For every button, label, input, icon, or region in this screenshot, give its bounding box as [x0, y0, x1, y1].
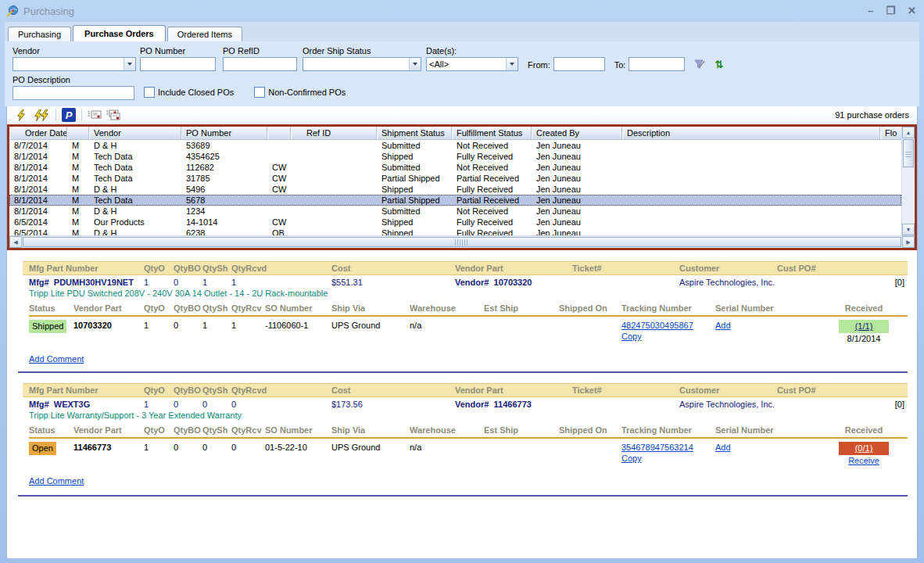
cell-description [622, 173, 880, 184]
from-date-input[interactable] [553, 57, 605, 71]
tab-purchasing[interactable]: Purchasing [8, 27, 71, 41]
cell-description [622, 195, 880, 206]
order-ship-status-select[interactable] [303, 57, 421, 71]
double-lightning-icon[interactable] [30, 107, 52, 123]
maximize-button[interactable]: ❐ [886, 5, 895, 17]
col-shipment-status[interactable]: Shipment Status [377, 127, 452, 139]
qty-ordered: 1 [144, 278, 174, 287]
tracking-number-link[interactable]: 482475030495867 [621, 320, 693, 331]
hdr-cust-po: Cust PO# [777, 264, 908, 273]
cell-order-date: 8/1/2014 [9, 195, 67, 206]
include-closed-checkbox[interactable]: Include Closed POs [144, 87, 234, 98]
po-row[interactable]: 6/5/2014MD & H6238QBShippedFully Receive… [9, 228, 901, 235]
cell-fulfillment-status: Fully Received [452, 151, 532, 162]
tab-ordered-items[interactable]: Ordered Items [167, 27, 242, 41]
cell-ref-id [291, 151, 377, 162]
col-description[interactable]: Description [622, 127, 880, 139]
po-row[interactable]: 8/7/2014MD & H53689SubmittedNot Received… [9, 140, 901, 151]
col-blank[interactable] [267, 127, 291, 139]
cell-shipment-status: Submitted [377, 162, 452, 173]
col-vendor[interactable]: Vendor [89, 127, 181, 139]
tab-purchase-orders[interactable]: Purchase Orders [73, 25, 166, 41]
cell-shipment-status: Shipped [377, 151, 452, 162]
cell-floor [880, 162, 901, 173]
email-cards-stack-icon[interactable] [104, 107, 123, 123]
refresh-icon[interactable]: ⇅ [714, 59, 723, 70]
item-cost: $551.31 [331, 278, 455, 287]
add-comment-link[interactable]: Add Comment [29, 476, 84, 486]
scroll-up-icon[interactable]: ▲ [902, 127, 915, 138]
vertical-scrollbar[interactable]: ▲ ▼ [901, 127, 915, 235]
col-order-date[interactable]: Order Date [9, 127, 67, 139]
scroll-left-icon[interactable]: ◀ [9, 236, 22, 248]
po-row[interactable]: 8/1/2014MTech Data112682CWSubmittedNot R… [9, 162, 901, 173]
minimize-button[interactable]: – [868, 5, 873, 17]
hdr-vendor-part: Vendor Part [455, 385, 572, 395]
po-row[interactable]: 8/1/2014MD & H5496CWShippedFully Receive… [9, 184, 901, 195]
vendor-select[interactable] [13, 57, 136, 71]
item-row: Mfg# WEXT3G 1 0 0 0 $173.56 Vendor# 1146… [29, 400, 908, 409]
col-floor[interactable]: Flo [880, 127, 901, 139]
non-confirmed-checkbox[interactable]: Non-Confirmed POs [254, 87, 346, 98]
cell-created-by: Jen Juneau [532, 217, 622, 228]
line-ship-via: UPS Ground [331, 320, 410, 331]
add-comment-link[interactable]: Add Comment [29, 354, 84, 364]
chevron-down-icon[interactable] [124, 58, 135, 70]
cell-fulfillment-status: Fully Received [452, 184, 532, 195]
po-row-selected[interactable]: 8/1/2014MTech Data5678Partial ShippedPar… [9, 195, 901, 206]
panel-divider [18, 495, 908, 497]
receive-link[interactable]: Receive [848, 455, 879, 466]
cell-ref-id [291, 162, 377, 173]
add-serial-link[interactable]: Add [715, 442, 731, 453]
po-row[interactable]: 8/1/2014MTech Data4354625ShippedFully Re… [9, 151, 901, 162]
checkbox-icon[interactable] [144, 87, 155, 98]
received-count-link[interactable]: (1/1) [839, 320, 889, 333]
hdr-qtysh: QtySh [202, 425, 231, 435]
cell-description [622, 162, 880, 173]
col-po-number[interactable]: PO Number [181, 127, 267, 139]
copy-tracking-link[interactable]: Copy [621, 331, 642, 342]
po-refid-label: PO RefID [223, 45, 297, 57]
close-button[interactable]: ✕ [908, 5, 916, 17]
po-refid-input[interactable] [223, 57, 297, 71]
hdr-ticket: Ticket# [572, 264, 679, 273]
hdr-qtyrcvd: QtyRcvd [231, 264, 331, 273]
received-count-link[interactable]: (0/1) [839, 442, 889, 455]
po-description-input[interactable] [13, 86, 134, 100]
cell-order-date: 8/1/2014 [9, 162, 67, 173]
scroll-right-icon[interactable]: ▶ [902, 236, 915, 248]
po-number-input[interactable] [140, 57, 216, 71]
email-card-icon[interactable] [85, 107, 104, 123]
chevron-down-icon[interactable] [409, 58, 421, 70]
lightning-icon[interactable] [12, 107, 30, 123]
po-row[interactable]: 8/1/2014MD & H1234SubmittedNot ReceivedJ… [9, 206, 901, 217]
vertical-scroll-thumb[interactable] [903, 139, 914, 167]
po-row[interactable]: 6/5/2014MOur Products14-1014CWShippedFul… [9, 217, 901, 228]
purchasing-window: Purchasing – ❐ ✕ Purchasing Purchase Ord… [0, 0, 924, 563]
cell-m: M [67, 140, 89, 151]
horizontal-scroll-thumb[interactable] [23, 237, 901, 247]
to-date-input[interactable] [629, 57, 685, 71]
clear-filter-icon[interactable] [693, 58, 707, 70]
copy-tracking-link[interactable]: Copy [621, 453, 642, 464]
toolbar-separator [56, 109, 56, 121]
tracking-number-link[interactable]: 354678947563214 [621, 442, 693, 453]
add-serial-link[interactable]: Add [715, 320, 731, 331]
dates-select[interactable]: <All> [426, 57, 518, 71]
chevron-down-icon[interactable] [506, 58, 518, 70]
po-row[interactable]: 8/1/2014MTech Data31785CWPartial Shipped… [9, 173, 901, 184]
cell-shipment-status: Partial Shipped [377, 173, 452, 184]
checkbox-icon[interactable] [254, 87, 265, 98]
col-created-by[interactable]: Created By [532, 127, 622, 139]
horizontal-scrollbar[interactable]: ◀ ▶ [9, 235, 915, 248]
col-ref-id[interactable]: Ref ID [291, 127, 377, 139]
qty-backordered: 0 [174, 278, 202, 287]
hdr-mfg-part-number: Mfg Part Number [29, 264, 144, 273]
from-label: From: [528, 60, 550, 70]
p-logo-icon[interactable]: P [59, 107, 78, 123]
col-m[interactable] [67, 127, 89, 139]
hdr-qtysh: QtySh [202, 303, 231, 313]
col-fulfillment-status[interactable]: Fulfillment Status [452, 127, 532, 139]
qty-backordered: 0 [174, 400, 202, 409]
scroll-down-icon[interactable]: ▼ [902, 224, 915, 235]
